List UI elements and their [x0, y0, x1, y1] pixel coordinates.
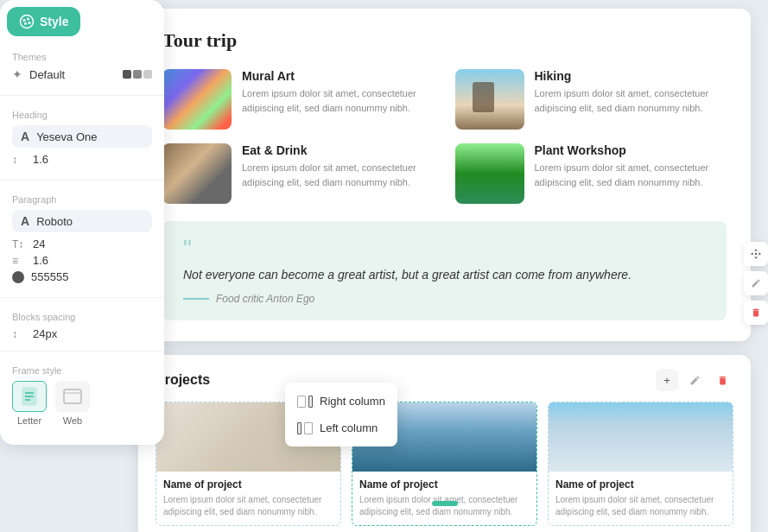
move-icon [750, 248, 762, 260]
svg-point-1 [23, 19, 26, 22]
paragraph-font-selector[interactable]: A Roboto [12, 210, 152, 232]
projects-header: Projects + [156, 369, 733, 391]
project-content-3: Name of project Lorem ipsum dolor sit am… [549, 472, 733, 525]
activity-mural: Mural Art Lorem ipsum dolor sit amet, co… [162, 69, 435, 130]
right-column-option[interactable]: Right column [285, 388, 397, 415]
svg-rect-9 [64, 390, 81, 403]
divider-4 [0, 351, 164, 352]
plant-desc: Lorem ipsum dolor sit amet, consectetuer… [535, 161, 727, 189]
right-tools [744, 242, 768, 325]
frame-letter-option[interactable]: Letter [12, 381, 47, 426]
delete-block-button[interactable] [711, 369, 733, 391]
frame-options: Letter Web [12, 381, 152, 426]
color-dot[interactable] [12, 271, 24, 283]
right-delete-button[interactable] [744, 301, 768, 325]
paragraph-color: 555555 [31, 270, 68, 283]
para-lh-icon: ≡ [12, 255, 26, 267]
heading-section: Heading A Yeseva One ↕ 1.6 [0, 101, 164, 174]
frame-letter-icon [12, 381, 47, 412]
heading-lineheight-row: ↕ 1.6 [12, 153, 152, 166]
project-name-1: Name of project [163, 478, 333, 491]
web-doc-icon [63, 389, 82, 404]
plant-img [455, 143, 524, 204]
eat-img [162, 143, 232, 204]
right-col-icon [297, 396, 313, 408]
left-column-option[interactable]: Left column [285, 415, 397, 441]
right-column-label: Right column [320, 395, 385, 408]
move-tool-button[interactable] [744, 242, 768, 266]
project-desc-3: Lorem ipsum dolor sit amet, consectetuer… [555, 494, 726, 518]
project-item-3: Name of project Lorem ipsum dolor sit am… [548, 402, 733, 526]
hiking-desc: Lorem ipsum dolor sit amet, consectetuer… [535, 86, 727, 115]
right-edit-icon [751, 278, 761, 288]
palette-icon [19, 14, 35, 29]
project-img-3 [549, 402, 733, 472]
spacing-label: Blocks spacing [12, 312, 152, 322]
projects-grid: Name of project Lorem ipsum dolor sit am… [156, 402, 733, 526]
quote-section: " Not everyone can become a great artist… [162, 221, 727, 320]
themes-section: Themes ✦ Default [0, 43, 164, 90]
spacing-row: ↕ 24px [12, 327, 152, 340]
frame-web-option[interactable]: Web [55, 381, 90, 426]
frame-label: Frame style [12, 365, 152, 376]
svg-point-4 [24, 22, 27, 25]
eat-title: Eat & Drink [242, 143, 435, 157]
quote-mark: " [183, 237, 706, 261]
activity-hiking: Hiking Lorem ipsum dolor sit amet, conse… [455, 69, 727, 130]
swatch-light[interactable] [143, 70, 152, 79]
eat-desc: Lorem ipsum dolor sit amet, consectetuer… [242, 161, 435, 189]
activities-grid: Mural Art Lorem ipsum dolor sit amet, co… [162, 69, 727, 204]
add-block-button[interactable]: + [656, 369, 678, 391]
toolbar-icons: + [656, 369, 733, 391]
project-name-2: Name of project [359, 478, 530, 491]
heading-label: Heading [12, 110, 152, 120]
panel-header: Style [7, 7, 80, 36]
themes-label: Themes [12, 52, 152, 62]
activity-eat: Eat & Drink Lorem ipsum dolor sit amet, … [162, 143, 435, 204]
paragraph-label: Paragraph [12, 194, 152, 205]
quote-author-name: Food critic Anton Ego [216, 293, 314, 305]
activity-eat-content: Eat & Drink Lorem ipsum dolor sit amet, … [242, 143, 435, 189]
swatch-mid[interactable] [133, 70, 142, 79]
trash-icon [717, 375, 728, 386]
theme-icon: ✦ [12, 67, 22, 81]
theme-swatches [123, 70, 152, 79]
quote-text: Not everyone can become a great artist, … [183, 266, 706, 284]
frame-section: Frame style Letter [0, 357, 164, 431]
edit-pencil-icon [689, 375, 701, 386]
paragraph-lineheight: 1.6 [33, 254, 48, 267]
heading-lineheight: 1.6 [33, 153, 48, 166]
paragraph-section: Paragraph A Roboto T↕ 24 ≡ 1.6 555555 [0, 186, 164, 292]
right-trash-icon [751, 307, 761, 318]
project-desc-1: Lorem ipsum dolor sit amet, consectetuer… [163, 494, 333, 518]
activity-mural-content: Mural Art Lorem ipsum dolor sit amet, co… [242, 69, 435, 115]
scroll-indicator[interactable] [432, 501, 458, 506]
project-content-2: Name of project Lorem ipsum dolor sit am… [352, 472, 536, 525]
divider-3 [0, 297, 164, 298]
spacing-icon: ↕ [12, 328, 26, 340]
divider-2 [0, 180, 164, 180]
style-panel: Style Themes ✦ Default Heading A Yeseva … [0, 0, 164, 445]
main-area: Tour trip Mural Art Lorem ipsum dolor si… [138, 9, 751, 515]
project-desc-2: Lorem ipsum dolor sit amet, consectetuer… [359, 494, 530, 518]
edit-block-button[interactable] [683, 369, 706, 391]
para-font-a-icon: A [21, 214, 29, 228]
left-column-label: Left column [320, 421, 378, 434]
tour-card: Tour trip Mural Art Lorem ipsum dolor si… [138, 9, 751, 341]
activity-hiking-content: Hiking Lorem ipsum dolor sit amet, conse… [535, 69, 727, 115]
tour-title: Tour trip [162, 29, 727, 52]
activity-plant: Plant Workshop Lorem ipsum dolor sit ame… [455, 143, 727, 204]
projects-title: Projects [156, 372, 647, 388]
frame-web-label: Web [63, 415, 82, 426]
svg-point-3 [29, 22, 31, 24]
swatch-dark[interactable] [123, 70, 131, 79]
quote-author: Food critic Anton Ego [183, 293, 706, 305]
right-edit-button[interactable] [744, 271, 768, 295]
spacing-value: 24px [33, 327, 57, 340]
quote-line [183, 298, 209, 300]
frame-web-icon [55, 381, 90, 412]
theme-name: Default [29, 68, 116, 81]
heading-font-selector[interactable]: A Yeseva One [12, 125, 152, 148]
paragraph-size: 24 [33, 238, 45, 250]
paragraph-size-row: T↕ 24 [12, 238, 152, 250]
